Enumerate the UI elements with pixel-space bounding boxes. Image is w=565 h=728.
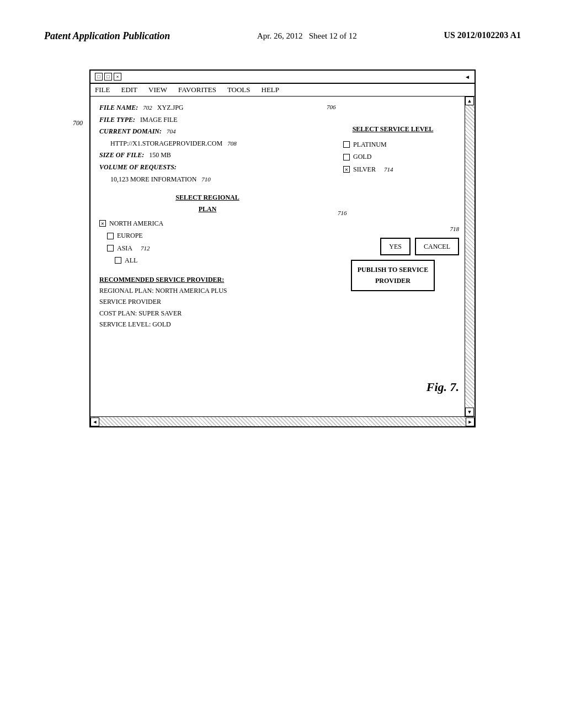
ref-706: 706 [327, 102, 459, 113]
checkbox-platinum[interactable] [343, 141, 350, 148]
scroll-down-button[interactable]: ▼ [465, 408, 474, 416]
cancel-button[interactable]: CANCEL [415, 238, 459, 255]
option-asia: ASIA 712 [99, 243, 316, 254]
option-europe: EUROPE [99, 230, 316, 241]
diagram-area: 700 □ □ × ◄ FILE EDIT VIEW [73, 69, 492, 427]
ref-708: 708 [227, 140, 237, 147]
option-gold: GOLD [327, 151, 459, 162]
window-wrapper: 700 □ □ × ◄ FILE EDIT VIEW [89, 69, 476, 427]
page: Patent Application Publication Apr. 26, … [0, 0, 565, 728]
action-area: 718 YES CANCEL PUBLISH TO S [327, 224, 459, 291]
ref-712: 712 [141, 243, 150, 254]
menu-view[interactable]: VIEW [148, 85, 167, 94]
right-panel: 706 SELECT SERVICE LEVEL PLATINUM [327, 102, 459, 330]
size-row: SIZE OF FILE: 150 MB [99, 149, 316, 162]
window-frame: □ □ × ◄ FILE EDIT VIEW FAVORITES TOOLS H… [89, 69, 476, 427]
file-name-row: FILE NAME: 702 XYZ.JPG [99, 102, 316, 114]
ref-716: 716 [338, 208, 459, 218]
regional-options: NORTH AMERICA EUROPE [99, 218, 316, 266]
right-scrollbar: ▲ ▼ [465, 97, 475, 416]
ref-710: 710 [201, 176, 211, 183]
regional-plan-section: SELECT REGIONAL PLAN NORTH AMERICA [99, 192, 316, 266]
menu-help[interactable]: HELP [262, 85, 280, 94]
menu-edit[interactable]: EDIT [121, 85, 137, 94]
option-platinum: PLATINUM [327, 139, 459, 150]
menu-favorites[interactable]: FAVORITES [178, 85, 216, 94]
title-bar-buttons: □ □ × [95, 73, 121, 81]
recommended-header: RECOMMENDED SERVICE PROVIDER: [99, 274, 316, 285]
scroll-track-right [465, 105, 475, 408]
ref-702: 702 [143, 104, 152, 111]
checkbox-asia[interactable] [107, 245, 114, 251]
domain-value-row: HTTP://X1.STORAGEPROVIDER.COM 708 [99, 138, 316, 150]
ref-704: 704 [167, 128, 176, 135]
checkbox-europe[interactable] [107, 233, 114, 239]
patent-number: US 2012/0102203 A1 [444, 30, 521, 40]
publication-title: Patent Application Publication [44, 30, 170, 42]
page-header: Patent Application Publication Apr. 26, … [0, 0, 565, 53]
content-columns: FILE NAME: 702 XYZ.JPG FILE TYPE: [99, 102, 459, 330]
sheet-info: Apr. 26, 2012 Sheet 12 of 12 [257, 30, 357, 42]
scroll-bottom-right[interactable]: ► [466, 417, 475, 426]
option-all: ALL [99, 255, 316, 266]
volume-value-row: 10,123 MORE INFORMATION 710 [99, 174, 316, 186]
checkbox-all[interactable] [115, 257, 121, 264]
main-content: FILE NAME: 702 XYZ.JPG FILE TYPE: [90, 97, 465, 416]
file-type-row: FILE TYPE: IMAGE FILE [99, 114, 316, 126]
file-info-section: FILE NAME: 702 XYZ.JPG FILE TYPE: [99, 102, 316, 185]
ref-700: 700 [73, 119, 83, 127]
option-silver: SILVER 714 [327, 164, 459, 175]
checkbox-north-america[interactable] [99, 220, 106, 227]
service-level-header: SELECT SERVICE LEVEL [327, 124, 459, 135]
publish-button[interactable]: PUBLISH TO SERVICE PROVIDER [351, 260, 435, 291]
current-domain-row: CURRENT DOMAIN: 704 [99, 126, 316, 138]
scroll-left-arrow[interactable]: ◄ [465, 74, 470, 80]
service-level-section: SELECT SERVICE LEVEL PLATINUM [327, 124, 459, 175]
title-bar: □ □ × ◄ [90, 71, 475, 84]
checkbox-gold[interactable] [343, 154, 350, 160]
menu-tools[interactable]: TOOLS [227, 85, 250, 94]
ref-714: 714 [384, 164, 393, 175]
option-north-america: NORTH AMERICA [99, 218, 316, 229]
menu-file[interactable]: FILE [95, 85, 110, 94]
yes-cancel-area: 718 YES CANCEL [380, 224, 459, 255]
yes-button[interactable]: YES [380, 238, 411, 255]
scroll-bottom-left[interactable]: ◄ [90, 417, 99, 426]
select-regional-label: SELECT REGIONAL PLAN [99, 192, 316, 215]
close-button[interactable]: × [114, 73, 121, 81]
checkbox-silver[interactable] [343, 166, 350, 173]
scroll-up-button[interactable]: ▲ [465, 97, 474, 105]
fig-label: Fig. 7. [427, 380, 459, 394]
left-panel: FILE NAME: 702 XYZ.JPG FILE TYPE: [99, 102, 316, 330]
menu-bar: FILE EDIT VIEW FAVORITES TOOLS HELP [90, 84, 475, 97]
content-wrapper: FILE NAME: 702 XYZ.JPG FILE TYPE: [90, 97, 475, 416]
minimize-button[interactable]: □ [95, 73, 103, 81]
bottom-scrollbar: ◄ ► [90, 416, 475, 426]
maximize-button[interactable]: □ [104, 73, 112, 81]
volume-row: VOLUME OF REQUESTS: [99, 162, 316, 174]
recommended-section: RECOMMENDED SERVICE PROVIDER: REGIONAL P… [99, 274, 316, 330]
ref-718: 718 [450, 224, 460, 234]
service-level-options: PLATINUM GOLD [327, 139, 459, 175]
